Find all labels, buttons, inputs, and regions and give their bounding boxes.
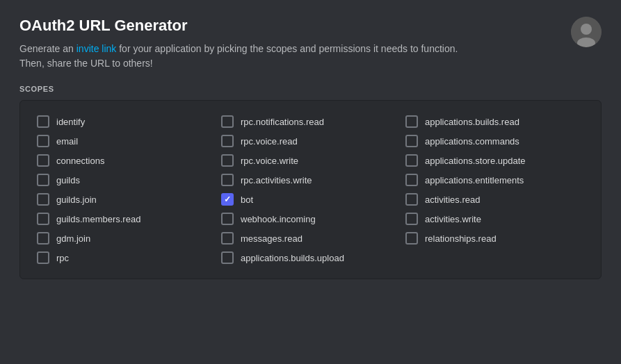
scope-label-rpc-notifications-read: rpc.notifications.read bbox=[241, 117, 324, 127]
scope-label-rpc-voice-write: rpc.voice.write bbox=[241, 156, 298, 166]
scope-item-identify[interactable]: identify bbox=[34, 112, 218, 131]
scope-label-webhook-incoming: webhook.incoming bbox=[241, 214, 316, 224]
scope-item-guilds-members-read[interactable]: guilds.members.read bbox=[34, 209, 218, 229]
scope-item-activities-read[interactable]: activities.read bbox=[403, 190, 587, 209]
scope-item-rpc-notifications-read[interactable]: rpc.notifications.read bbox=[218, 112, 403, 131]
checkbox-identify[interactable] bbox=[37, 115, 49, 128]
scope-column-0: identifyemailconnectionsguildsguilds.joi… bbox=[34, 112, 218, 267]
checkbox-rpc[interactable] bbox=[37, 251, 49, 264]
checkbox-applications-store-update[interactable] bbox=[405, 154, 418, 167]
header-left: OAuth2 URL Generator Generate an invite … bbox=[19, 17, 458, 71]
scope-label-email: email bbox=[56, 136, 78, 147]
scope-column-1: rpc.notifications.readrpc.voice.readrpc.… bbox=[218, 112, 403, 267]
scope-label-rpc: rpc bbox=[56, 253, 69, 263]
checkbox-guilds-members-read[interactable] bbox=[37, 213, 49, 225]
checkbox-applications-builds-upload[interactable] bbox=[221, 251, 234, 264]
checkbox-guilds-join[interactable] bbox=[37, 193, 49, 206]
checkbox-connections[interactable] bbox=[37, 154, 49, 167]
scope-label-guilds-members-read: guilds.members.read bbox=[56, 214, 140, 224]
scope-label-applications-commands: applications.commands bbox=[425, 136, 519, 147]
avatar bbox=[571, 17, 602, 47]
scope-label-activities-read: activities.read bbox=[425, 195, 480, 205]
scope-label-guilds-join: guilds.join bbox=[56, 195, 97, 205]
page-description: Generate an invite link for your applica… bbox=[19, 42, 458, 71]
checkbox-activities-read[interactable] bbox=[405, 193, 418, 206]
scope-label-messages-read: messages.read bbox=[241, 233, 303, 244]
scope-label-relationships-read: relationships.read bbox=[425, 233, 497, 244]
scopes-grid: identifyemailconnectionsguildsguilds.joi… bbox=[34, 112, 587, 267]
scope-label-rpc-activities-write: rpc.activities.write bbox=[241, 175, 312, 185]
scope-item-gdm-join[interactable]: gdm.join bbox=[34, 229, 218, 248]
scopes-box: identifyemailconnectionsguildsguilds.joi… bbox=[19, 100, 602, 279]
scope-label-applications-builds-read: applications.builds.read bbox=[425, 117, 519, 127]
scope-item-applications-entitlements[interactable]: applications.entitlements bbox=[403, 170, 587, 190]
invite-link[interactable]: invite link bbox=[76, 43, 117, 54]
scope-label-applications-entitlements: applications.entitlements bbox=[425, 175, 524, 185]
scope-label-activities-write: activities.write bbox=[425, 214, 481, 224]
checkbox-messages-read[interactable] bbox=[221, 232, 234, 245]
scope-label-identify: identify bbox=[56, 117, 85, 127]
scope-item-relationships-read[interactable]: relationships.read bbox=[403, 229, 587, 248]
checkbox-rpc-voice-write[interactable] bbox=[221, 154, 234, 167]
scopes-label: SCOPES bbox=[19, 85, 602, 93]
scope-item-email[interactable]: email bbox=[34, 131, 218, 151]
scope-label-applications-builds-upload: applications.builds.upload bbox=[241, 253, 344, 263]
scope-item-connections[interactable]: connections bbox=[34, 151, 218, 170]
checkbox-rpc-notifications-read[interactable] bbox=[221, 115, 234, 128]
checkbox-applications-entitlements[interactable] bbox=[405, 174, 418, 186]
scope-column-2: applications.builds.readapplications.com… bbox=[403, 112, 587, 267]
checkbox-relationships-read[interactable] bbox=[405, 232, 418, 245]
scope-item-messages-read[interactable]: messages.read bbox=[218, 229, 403, 248]
scope-label-gdm-join: gdm.join bbox=[56, 233, 90, 244]
checkbox-webhook-incoming[interactable] bbox=[221, 213, 234, 225]
scope-item-rpc-voice-write[interactable]: rpc.voice.write bbox=[218, 151, 403, 170]
checkbox-rpc-voice-read[interactable] bbox=[221, 135, 234, 147]
scope-item-applications-commands[interactable]: applications.commands bbox=[403, 131, 587, 151]
scope-item-guilds[interactable]: guilds bbox=[34, 170, 218, 190]
scope-item-applications-builds-read[interactable]: applications.builds.read bbox=[403, 112, 587, 131]
scopes-section: SCOPES identifyemailconnectionsguildsgui… bbox=[19, 85, 602, 279]
scope-label-rpc-voice-read: rpc.voice.read bbox=[241, 136, 298, 147]
checkbox-gdm-join[interactable] bbox=[37, 232, 49, 245]
checkbox-activities-write[interactable] bbox=[405, 213, 418, 225]
checkbox-bot[interactable] bbox=[221, 193, 234, 206]
scope-item-rpc-voice-read[interactable]: rpc.voice.read bbox=[218, 131, 403, 151]
scope-item-guilds-join[interactable]: guilds.join bbox=[34, 190, 218, 209]
scope-item-rpc[interactable]: rpc bbox=[34, 248, 218, 267]
scope-item-webhook-incoming[interactable]: webhook.incoming bbox=[218, 209, 403, 229]
scope-item-bot[interactable]: bot bbox=[218, 190, 403, 209]
scope-label-guilds: guilds bbox=[56, 175, 80, 185]
scope-label-applications-store-update: applications.store.update bbox=[425, 156, 526, 166]
page-header: OAuth2 URL Generator Generate an invite … bbox=[19, 17, 602, 71]
scope-item-rpc-activities-write[interactable]: rpc.activities.write bbox=[218, 170, 403, 190]
checkbox-rpc-activities-write[interactable] bbox=[221, 174, 234, 186]
scope-item-applications-store-update[interactable]: applications.store.update bbox=[403, 151, 587, 170]
checkbox-applications-commands[interactable] bbox=[405, 135, 418, 147]
scope-item-activities-write[interactable]: activities.write bbox=[403, 209, 587, 229]
scope-label-bot: bot bbox=[241, 195, 253, 205]
page-title: OAuth2 URL Generator bbox=[19, 17, 458, 35]
checkbox-guilds[interactable] bbox=[37, 174, 49, 186]
scope-item-applications-builds-upload[interactable]: applications.builds.upload bbox=[218, 248, 403, 267]
checkbox-applications-builds-read[interactable] bbox=[405, 115, 418, 128]
scope-label-connections: connections bbox=[56, 156, 104, 166]
checkbox-email[interactable] bbox=[37, 135, 49, 147]
